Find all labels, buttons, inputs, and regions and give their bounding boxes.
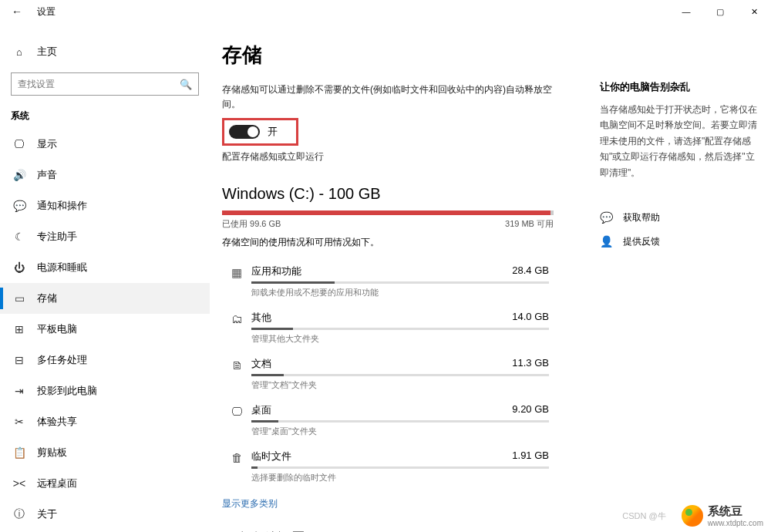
category-desc: 卸载未使用或不想要的应用和功能 xyxy=(251,287,549,298)
category-size: 11.3 GB xyxy=(512,357,549,371)
drive-used-label: 已使用 99.6 GB xyxy=(222,218,281,230)
sidebar-item-label: 显示 xyxy=(37,137,57,151)
category-size: 9.20 GB xyxy=(512,403,549,417)
category-desc: 管理"桌面"文件夹 xyxy=(251,426,549,437)
category-size: 28.4 GB xyxy=(512,264,549,278)
configure-storage-sense-link[interactable]: 配置存储感知或立即运行 xyxy=(222,150,554,163)
category-name: 文档 xyxy=(251,357,271,371)
maximize-button[interactable]: ▢ xyxy=(703,0,737,23)
search-box[interactable]: 🔍 xyxy=(11,72,199,96)
sidebar-item-label: 存储 xyxy=(37,291,57,305)
sidebar-item-label: 声音 xyxy=(37,168,57,182)
show-more-categories-link[interactable]: 显示更多类别 xyxy=(222,497,554,510)
multitask-icon: ⊟ xyxy=(11,354,28,366)
sidebar-item-clipboard[interactable]: 📋剪贴板 xyxy=(0,437,210,468)
sidebar-item-project[interactable]: ⇥投影到此电脑 xyxy=(0,375,210,406)
storage-category-apps[interactable]: ▦应用和功能28.4 GB卸载未使用或不想要的应用和功能 xyxy=(222,258,554,305)
documents-icon: 🗎 xyxy=(227,357,247,372)
sidebar-item-label: 投影到此电脑 xyxy=(37,384,97,398)
category-name: 桌面 xyxy=(251,403,271,417)
search-icon: 🔍 xyxy=(180,79,192,90)
desktop-icon: 🖵 xyxy=(227,403,247,418)
home-icon: ⌂ xyxy=(11,46,28,58)
sidebar-item-storage[interactable]: ▭存储 xyxy=(0,283,210,314)
focus-icon: ☾ xyxy=(11,231,28,243)
power-icon: ⏻ xyxy=(11,261,28,274)
close-button[interactable]: ✕ xyxy=(737,0,771,23)
help-icon: 💬 xyxy=(600,211,617,224)
category-desc: 选择要删除的临时文件 xyxy=(251,472,549,483)
back-button[interactable]: ← xyxy=(6,5,28,18)
search-input[interactable] xyxy=(18,79,180,89)
category-desc: 管理"文档"文件夹 xyxy=(251,379,549,391)
category-bar xyxy=(251,374,549,376)
sidebar-item-label: 多任务处理 xyxy=(37,353,87,367)
category-bar xyxy=(251,466,549,469)
sidebar-item-power[interactable]: ⏻电源和睡眠 xyxy=(0,252,210,283)
minimize-button[interactable]: — xyxy=(669,0,703,23)
home-label: 主页 xyxy=(37,45,57,59)
give-feedback-label: 提供反馈 xyxy=(623,235,660,248)
feedback-icon: 👤 xyxy=(600,235,617,247)
page-title: 存储 xyxy=(222,42,554,69)
sidebar-item-label: 平板电脑 xyxy=(37,322,77,336)
sound-icon: 🔊 xyxy=(11,169,28,181)
category-bar xyxy=(251,281,549,284)
apps-icon: ▦ xyxy=(227,264,247,280)
sidebar: ⌂ 主页 🔍 系统 🖵显示🔊声音💬通知和操作☾专注助手⏻电源和睡眠▭存储⊞平板电… xyxy=(0,23,210,532)
window-title: 设置 xyxy=(28,5,56,19)
storage-sense-toggle[interactable] xyxy=(229,125,260,139)
tip-text: 当存储感知处于打开状态时，它将仅在电脑空间不足时释放空间。若要立即清理未使用的文… xyxy=(600,102,762,180)
remote-icon: >< xyxy=(11,477,28,490)
sidebar-item-label: 通知和操作 xyxy=(37,199,87,213)
category-bar xyxy=(251,328,549,330)
category-bar xyxy=(251,420,549,423)
sidebar-item-label: 电源和睡眠 xyxy=(37,261,87,274)
storage-category-other[interactable]: 🗂其他14.0 GB管理其他大文件夹 xyxy=(222,305,554,351)
sidebar-item-multitask[interactable]: ⊟多任务处理 xyxy=(0,345,210,375)
category-name: 应用和功能 xyxy=(251,264,301,278)
get-help-link[interactable]: 💬 获取帮助 xyxy=(600,211,762,224)
sidebar-item-label: 剪贴板 xyxy=(37,446,67,460)
sidebar-item-label: 专注助手 xyxy=(37,230,77,244)
sidebar-item-remote[interactable]: ><远程桌面 xyxy=(0,468,210,499)
notifications-icon: 💬 xyxy=(11,200,28,212)
drive-usage-bar xyxy=(222,210,554,215)
sidebar-item-sound[interactable]: 🔊声音 xyxy=(0,160,210,190)
sidebar-item-display[interactable]: 🖵显示 xyxy=(0,129,210,160)
drive-free-label: 319 MB 可用 xyxy=(505,218,554,230)
category-name: 临时文件 xyxy=(251,450,291,463)
sidebar-item-label: 远程桌面 xyxy=(37,476,77,490)
drive-subtitle: 存储空间的使用情况和可用情况如下。 xyxy=(222,236,554,249)
sidebar-item-focus[interactable]: ☾专注助手 xyxy=(0,221,210,252)
sidebar-item-notifications[interactable]: 💬通知和操作 xyxy=(0,190,210,221)
more-storage-settings-heading: 更多存储设置 xyxy=(222,529,554,532)
clipboard-icon: 📋 xyxy=(11,446,28,459)
display-icon: 🖵 xyxy=(11,138,28,150)
other-icon: 🗂 xyxy=(227,311,247,325)
storage-category-desktop[interactable]: 🖵桌面9.20 GB管理"桌面"文件夹 xyxy=(222,397,554,443)
shared-icon: ✂ xyxy=(11,416,28,428)
sidebar-group-title: 系统 xyxy=(0,96,210,129)
get-help-label: 获取帮助 xyxy=(623,211,660,224)
tip-title: 让你的电脑告别杂乱 xyxy=(600,80,762,94)
storage-sense-toggle-highlight: 开 xyxy=(222,118,298,146)
about-icon: ⓘ xyxy=(11,507,28,521)
storage-category-documents[interactable]: 🗎文档11.3 GB管理"文档"文件夹 xyxy=(222,351,554,397)
sidebar-item-shared[interactable]: ✂体验共享 xyxy=(0,406,210,437)
category-desc: 管理其他大文件夹 xyxy=(251,333,549,345)
sidebar-item-tablet[interactable]: ⊞平板电脑 xyxy=(0,314,210,345)
sidebar-item-label: 体验共享 xyxy=(37,415,77,429)
storage-icon: ▭ xyxy=(11,292,28,305)
drive-title: Windows (C:) - 100 GB xyxy=(222,185,554,203)
home-link[interactable]: ⌂ 主页 xyxy=(0,39,210,65)
storage-category-temp[interactable]: 🗑临时文件1.91 GB选择要删除的临时文件 xyxy=(222,443,554,490)
category-size: 1.91 GB xyxy=(512,450,549,463)
project-icon: ⇥ xyxy=(11,385,28,397)
category-size: 14.0 GB xyxy=(512,311,549,325)
category-name: 其他 xyxy=(251,311,271,325)
storage-sense-toggle-label: 开 xyxy=(268,125,278,139)
give-feedback-link[interactable]: 👤 提供反馈 xyxy=(600,235,762,248)
sidebar-item-about[interactable]: ⓘ关于 xyxy=(0,499,210,530)
tablet-icon: ⊞ xyxy=(11,323,28,335)
